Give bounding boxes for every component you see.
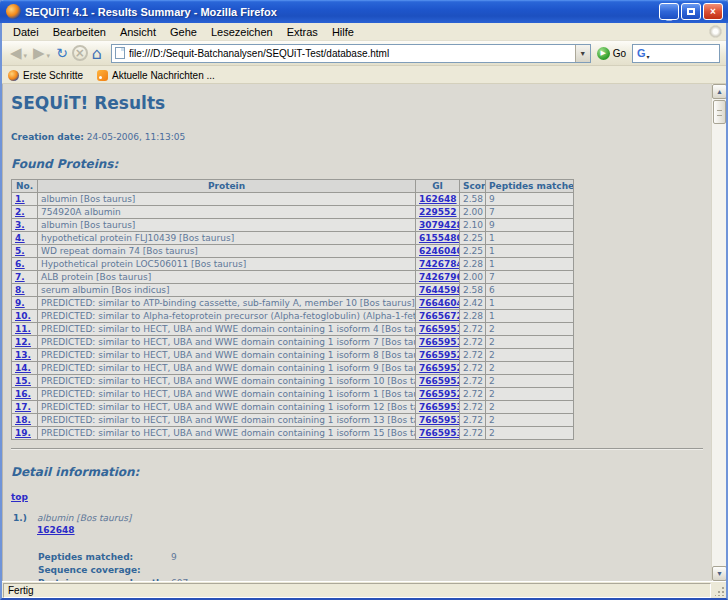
address-bar[interactable]: file:///D:/Sequit-Batchanalysen/SEQUiT-T… <box>111 44 591 63</box>
protein-number-link[interactable]: 15. <box>15 376 31 386</box>
protein-number-link[interactable]: 18. <box>15 415 31 425</box>
protein-number-link[interactable]: 3. <box>15 220 25 230</box>
protein-number-link[interactable]: 8. <box>15 285 25 295</box>
gi-link[interactable]: 76659521 <box>419 350 460 360</box>
gi-link[interactable]: 76659531 <box>419 402 460 412</box>
gi-link[interactable]: 76445989 <box>419 285 460 295</box>
vertical-scrollbar[interactable]: ▲ ▼ <box>711 84 726 581</box>
protein-number-link[interactable]: 6. <box>15 259 25 269</box>
protein-number-link[interactable]: 19. <box>15 428 31 438</box>
protein-name: PREDICTED: similar to Alpha-fetoprotein … <box>38 310 416 323</box>
page-icon <box>115 47 125 59</box>
gi-link[interactable]: 30794280 <box>419 220 460 230</box>
protein-name: PREDICTED: similar to HECT, UBA and WWE … <box>38 414 416 427</box>
protein-name: ALB protein [Bos taurus] <box>38 271 416 284</box>
protein-number-link[interactable]: 2. <box>15 207 25 217</box>
scroll-down-icon[interactable]: ▼ <box>712 566 726 581</box>
close-button[interactable]: × <box>703 3 723 20</box>
bookmark-item[interactable]: Aktuelle Nachrichten ... <box>97 70 215 81</box>
gi-link[interactable]: 162648 <box>419 194 457 204</box>
menu-item-hilfe[interactable]: Hilfe <box>325 25 361 39</box>
stop-button[interactable]: × <box>72 45 88 61</box>
protein-number-link[interactable]: 7. <box>15 272 25 282</box>
resize-grip-icon[interactable] <box>712 583 726 598</box>
gi-link[interactable]: 62460408 <box>419 246 460 256</box>
gi-link[interactable]: 76659523 <box>419 363 460 373</box>
forward-dropdown-icon[interactable]: ▾ <box>47 52 51 60</box>
gi-link[interactable]: 61554803 <box>419 233 460 243</box>
search-input[interactable]: G ▾ <box>632 44 720 63</box>
peptides-value: 2 <box>486 323 574 336</box>
gi-link[interactable]: 76656727 <box>419 311 460 321</box>
gi-link[interactable]: 76659513 <box>419 324 460 334</box>
peptides-value: 1 <box>486 232 574 245</box>
protein-name: Hypothetical protein LOC506011 [Bos taur… <box>38 258 416 271</box>
gi-link[interactable]: 76659525 <box>419 376 460 386</box>
reload-button[interactable]: ↻ <box>54 46 70 61</box>
page-content: SEQUiT! Results Creation date: 24-05-200… <box>2 84 726 581</box>
menu-item-ansicht[interactable]: Ansicht <box>113 25 163 39</box>
protein-number-link[interactable]: 1. <box>15 194 25 204</box>
protein-number-link[interactable]: 5. <box>15 246 25 256</box>
divider <box>11 448 703 450</box>
peptides-value: 1 <box>486 310 574 323</box>
maximize-button[interactable] <box>681 3 701 20</box>
protein-name: PREDICTED: similar to ATP-binding casset… <box>38 297 416 310</box>
peptides-value: 6 <box>486 284 574 297</box>
gi-link[interactable]: 76659537 <box>419 428 460 438</box>
forward-button[interactable]: ▶ <box>31 46 47 61</box>
protein-row: 16.PREDICTED: similar to HECT, UBA and W… <box>12 388 574 401</box>
protein-number-link[interactable]: 12. <box>15 337 31 347</box>
gi-link[interactable]: 76659519 <box>419 337 460 347</box>
protein-number-link[interactable]: 4. <box>15 233 25 243</box>
minimize-button[interactable]: _ <box>659 3 679 20</box>
gi-link[interactable]: 76659529 <box>419 389 460 399</box>
url-text[interactable]: file:///D:/Sequit-Batchanalysen/SEQUiT-T… <box>129 48 575 59</box>
window-title: SEQUiT! 4.1 - Results Summary - Mozilla … <box>25 6 659 18</box>
score-value: 2.72 <box>460 336 486 349</box>
menu-item-gehe[interactable]: Gehe <box>163 25 204 39</box>
gi-link[interactable]: 76659533 <box>419 415 460 425</box>
search-engine-dropdown-icon[interactable]: ▾ <box>647 53 650 60</box>
gi-link[interactable]: 229552 <box>419 207 457 217</box>
protein-number-link[interactable]: 13. <box>15 350 31 360</box>
protein-number-link[interactable]: 10. <box>15 311 31 321</box>
menu-item-lesezeichen[interactable]: Lesezeichen <box>204 25 280 39</box>
protein-name: WD repeat domain 74 [Bos taurus] <box>38 245 416 258</box>
protein-row: 10.PREDICTED: similar to Alpha-fetoprote… <box>12 310 574 323</box>
detail-information-heading: Detail information: <box>11 465 711 479</box>
url-dropdown-button[interactable]: ▼ <box>575 45 590 62</box>
bookmark-label: Aktuelle Nachrichten ... <box>112 70 215 81</box>
go-button[interactable]: ▶ Go <box>597 47 626 60</box>
protein-number-link[interactable]: 16. <box>15 389 31 399</box>
protein-number-link[interactable]: 9. <box>15 298 25 308</box>
score-value: 2.58 <box>460 193 486 206</box>
top-link[interactable]: top <box>11 492 28 502</box>
back-dropdown-icon[interactable]: ▾ <box>24 52 28 60</box>
menu-item-datei[interactable]: Datei <box>6 25 46 39</box>
navigation-toolbar: ◀ ▾ ▶ ▾ ↻ × ⌂ file:///D:/Sequit-Batchana… <box>2 41 726 66</box>
gi-link[interactable]: 74267840 <box>419 259 460 269</box>
protein-number-link[interactable]: 17. <box>15 402 31 412</box>
protein-name: PREDICTED: similar to HECT, UBA and WWE … <box>38 401 416 414</box>
protein-number-link[interactable]: 14. <box>15 363 31 373</box>
bookmark-item[interactable]: Erste Schritte <box>8 70 83 81</box>
back-button[interactable]: ◀ <box>8 46 24 61</box>
title-bar: SEQUiT! 4.1 - Results Summary - Mozilla … <box>0 0 728 23</box>
creation-date-line: Creation date: 24-05-2006, 11:13:05 <box>11 132 711 142</box>
gi-link[interactable]: 74267962 <box>419 272 460 282</box>
menu-item-extras[interactable]: Extras <box>280 25 325 39</box>
home-button[interactable]: ⌂ <box>90 46 104 61</box>
peptides-value: 2 <box>486 375 574 388</box>
col-header-gi: GI <box>416 180 460 193</box>
protein-name: serum albumin [Bos indicus] <box>38 284 416 297</box>
gi-link[interactable]: 76646048 <box>419 298 460 308</box>
protein-number-link[interactable]: 11. <box>15 324 31 334</box>
score-value: 2.10 <box>460 219 486 232</box>
entry-gi-link[interactable]: 162648 <box>37 525 75 535</box>
scrollbar-thumb[interactable] <box>713 100 726 124</box>
menu-item-bearbeiten[interactable]: Bearbeiten <box>46 25 113 39</box>
protein-name: PREDICTED: similar to HECT, UBA and WWE … <box>38 375 416 388</box>
score-value: 2.72 <box>460 414 486 427</box>
scroll-up-icon[interactable]: ▲ <box>712 84 726 99</box>
